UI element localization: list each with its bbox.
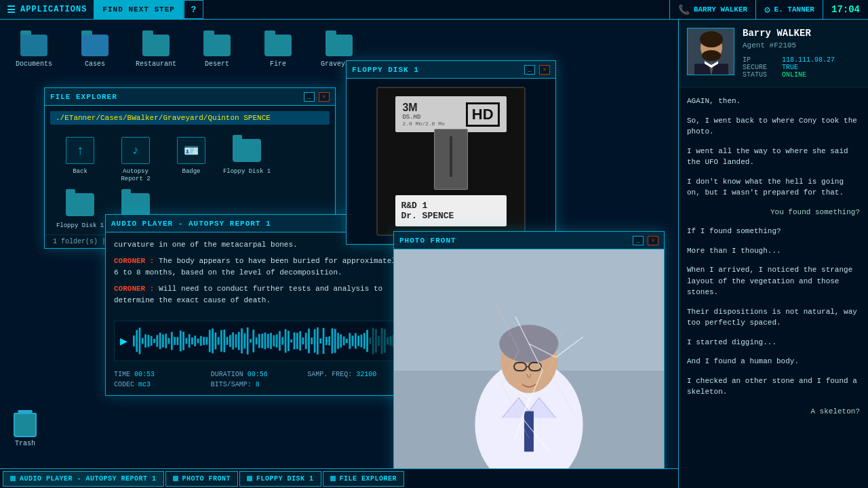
file-item-back[interactable]: ↑ Back (56, 136, 104, 183)
svg-rect-84 (378, 336, 380, 346)
svg-rect-69 (334, 329, 336, 352)
file-explorer-close[interactable]: ✕ (319, 92, 330, 102)
svg-rect-81 (369, 338, 371, 344)
svg-rect-56 (296, 333, 298, 349)
file-item-floppy1a[interactable]: Floppy Disk 1 (222, 136, 271, 183)
svg-rect-10 (162, 334, 164, 347)
svg-rect-24 (203, 337, 205, 345)
floppy-disk-visual: 3M DS.HD 2.0 Mb/2.0 Mo HD R&D 1 Dr. SPEN… (376, 87, 526, 236)
svg-rect-40 (250, 339, 252, 342)
desktop-icon-fire[interactable]: Fire (258, 33, 298, 68)
svg-rect-78 (360, 335, 362, 348)
svg-rect-5 (147, 335, 149, 347)
svg-rect-66 (326, 337, 328, 345)
svg-rect-47 (270, 333, 272, 349)
floppy-title: FLOPPY DISK 1 (352, 66, 419, 74)
svg-rect-26 (209, 329, 211, 352)
svg-rect-80 (366, 330, 368, 352)
find-next-step-button[interactable]: FIND NEXT STEP (94, 0, 183, 19)
svg-rect-55 (293, 332, 295, 349)
svg-rect-37 (241, 328, 243, 353)
svg-rect-17 (182, 331, 184, 350)
applications-label: APPLICATIONS (20, 5, 87, 14)
file-explorer-path: ./ETanner/Cases/BWalker/Graveyard/Quinto… (50, 111, 330, 125)
svg-rect-52 (285, 329, 287, 353)
desktop-icons: Documents Cases Restaurant Desert Fire G… (0, 20, 373, 81)
profile-table: IP 118.111.98.27 SECURE TRUE STATUS ONLI… (743, 56, 835, 79)
desktop-icon-documents[interactable]: Documents (14, 33, 54, 68)
taskbar-floppy[interactable]: FLOPPY DISK 1 (239, 471, 321, 487)
desktop-icon-desert[interactable]: Desert (197, 33, 237, 68)
svg-rect-53 (288, 331, 290, 351)
floppy-top-label: 3M DS.HD 2.0 Mb/2.0 Mo HD (395, 96, 506, 132)
svg-rect-64 (319, 338, 321, 343)
svg-rect-28 (214, 332, 216, 349)
floppy-content: 3M DS.HD 2.0 Mb/2.0 Mo HD R&D 1 Dr. SPEN… (347, 79, 555, 244)
svg-rect-39 (247, 327, 249, 354)
chat-message: And I found a human body. (687, 356, 860, 367)
svg-rect-2 (138, 327, 140, 354)
waveform-container: ▶ (114, 321, 401, 361)
svg-rect-0 (133, 336, 135, 346)
svg-rect-85 (380, 328, 382, 354)
svg-rect-86 (384, 329, 386, 352)
chat-message: So, I went back to where Cony took the p… (687, 115, 860, 138)
file-item-autopsy2[interactable]: ♪ Autopsy Report 2 (111, 136, 160, 183)
agent-barry-walker[interactable]: 📞 BARRY WALKER (669, 0, 755, 19)
svg-rect-65 (322, 328, 324, 354)
profile-name: Barry WALKER (743, 28, 835, 39)
svg-rect-63 (317, 327, 319, 354)
svg-rect-20 (191, 338, 193, 344)
svg-rect-59 (305, 333, 307, 349)
svg-rect-4 (144, 334, 146, 348)
desktop-icon-restaurant[interactable]: Restaurant (136, 33, 176, 68)
svg-rect-72 (343, 336, 345, 345)
desktop-icon-cases[interactable]: Cases (75, 33, 115, 68)
trash-icon[interactable]: Trash (14, 413, 37, 447)
svg-rect-50 (279, 331, 281, 350)
svg-rect-36 (238, 332, 240, 350)
audio-meta: TIME 00:53 DURATION 00:56 SAMP. FREQ: 32… (106, 368, 410, 395)
photo-close[interactable]: ✕ (648, 236, 658, 245)
file-item-badge[interactable]: 🪪 Badge (167, 136, 216, 183)
svg-rect-54 (290, 340, 292, 343)
applications-menu[interactable]: ☰ APPLICATIONS (0, 0, 94, 19)
svg-rect-41 (252, 329, 254, 352)
clock: 17:04 (823, 0, 868, 19)
floppy-minimize[interactable]: _ (524, 65, 535, 75)
svg-rect-77 (357, 336, 359, 346)
agent-e-tanner[interactable]: ⚙️ E. TANNER (755, 0, 823, 19)
chat-message: I started digging... (687, 337, 860, 348)
help-button[interactable]: ? (184, 0, 203, 19)
svg-rect-76 (355, 333, 357, 348)
play-button[interactable]: ▶ (120, 333, 127, 348)
top-bar-right: 📞 BARRY WALKER ⚙️ E. TANNER 17:04 (669, 0, 868, 19)
file-explorer-controls: _ ✕ (304, 92, 330, 102)
taskbar-file-explorer[interactable]: FILE EXPLORER (323, 471, 405, 487)
svg-rect-21 (194, 336, 196, 346)
svg-rect-33 (229, 335, 231, 347)
svg-rect-16 (180, 331, 182, 352)
svg-rect-25 (205, 337, 208, 344)
taskbar-photo-front[interactable]: PHOTO FRONT (165, 471, 239, 487)
photo-minimize[interactable]: _ (633, 236, 644, 245)
taskbar-audio-player[interactable]: AUDIO PLAYER - AUTOPSY REPORT 1 (3, 471, 164, 487)
svg-rect-3 (142, 338, 144, 344)
svg-rect-23 (200, 336, 202, 346)
chat-area: AGAIN, then.So, I went back to where Con… (679, 87, 868, 468)
svg-rect-48 (273, 336, 275, 347)
svg-rect-14 (174, 337, 176, 345)
svg-rect-29 (218, 337, 220, 344)
svg-rect-61 (311, 338, 313, 344)
svg-rect-74 (349, 333, 351, 348)
file-item-floppy1b[interactable]: Floppy Disk 1 (56, 190, 104, 230)
waveform (133, 325, 395, 357)
svg-rect-42 (256, 338, 258, 345)
floppy-close[interactable]: ✕ (539, 65, 550, 75)
svg-rect-11 (165, 333, 167, 348)
file-explorer-titlebar: FILE EXPLORER _ ✕ (45, 88, 335, 106)
svg-rect-79 (363, 333, 366, 348)
file-explorer-minimize[interactable]: _ (304, 92, 315, 102)
svg-rect-8 (156, 335, 158, 346)
audio-player-title: AUDIO PLAYER - AUTOPSY REPORT 1 (111, 220, 271, 228)
